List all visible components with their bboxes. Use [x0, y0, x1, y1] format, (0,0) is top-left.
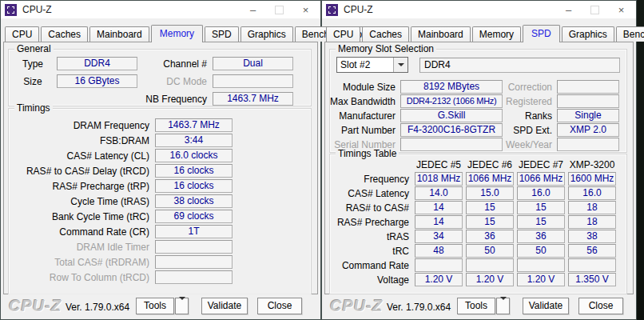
- cell-command-rate-jedec-7: [517, 258, 565, 272]
- memory-tab-page: General TypeDDR4Size16 GBytes Channel #D…: [3, 42, 318, 294]
- group-title: Timings: [14, 102, 53, 114]
- tab-graphics[interactable]: Graphics: [562, 26, 614, 42]
- validate-button[interactable]: Validate: [201, 298, 248, 314]
- field-fsb-dram: 3:44: [155, 134, 233, 147]
- close-app-button[interactable]: Close: [578, 298, 623, 314]
- tools-dropdown-button[interactable]: [175, 298, 189, 314]
- field-row: Total CAS# (tRDRAM): [9, 255, 311, 269]
- tab-cpu[interactable]: CPU: [5, 26, 39, 42]
- tab-mainboard[interactable]: Mainboard: [89, 26, 149, 42]
- cell-ras-precharge-jedec-6: 15: [466, 215, 514, 229]
- validate-button[interactable]: Validate: [523, 298, 569, 314]
- field-label-week-year: Week/Year: [503, 139, 552, 150]
- field-label-total-cas-trdram: Total CAS# (tRDRAM): [9, 257, 149, 268]
- column-header-jedec-6: JEDEC #6: [466, 159, 514, 170]
- cell-voltage-jedec-6: 1.20 V: [466, 273, 514, 286]
- tab-cpu[interactable]: CPU: [326, 26, 360, 42]
- cell-trc-xmp-3200: 56: [568, 244, 616, 258]
- cell-ras-to-cas-jedec-6: 15: [466, 201, 514, 214]
- field-ras-precharge-trp: 16 clocks: [155, 179, 233, 193]
- tab-caches[interactable]: Caches: [41, 26, 88, 42]
- tab-caches[interactable]: Caches: [362, 26, 409, 42]
- field-row: TypeDDR4: [15, 57, 137, 70]
- field-dram-frequency: 1463.7 MHz: [155, 118, 233, 132]
- maximize-button[interactable]: [582, 1, 608, 18]
- field-label-row-to-column-trcd: Row To Column (tRCD): [9, 272, 149, 283]
- tools-dropdown-button[interactable]: [496, 298, 510, 314]
- row-label-cas-latency: CAS# Latency: [330, 188, 409, 199]
- field-ras-to-cas-delay-trcd: 16 clocks: [155, 164, 233, 178]
- field-row: Row To Column (tRCD): [9, 270, 311, 284]
- field-dram-idle-timer: [155, 240, 233, 254]
- table-row: tRAS34363638: [330, 230, 626, 243]
- field-row: DRAM Idle Timer: [9, 240, 311, 254]
- field-manufacturer: G.Skill: [400, 109, 503, 122]
- row-label-command-rate: Command Rate: [330, 260, 409, 271]
- memory-slot-selection-groupbox: Memory Slot Selection Slot #2 DDR4 Modul…: [329, 49, 627, 153]
- field-row: FSB:DRAM3:44: [9, 134, 311, 147]
- column-header-jedec-7: JEDEC #7: [517, 159, 565, 170]
- tab-bar: CPUCachesMainboardMemorySPDGraphicsBench…: [5, 25, 379, 42]
- minimize-button[interactable]: –: [240, 1, 266, 18]
- title-bar: CPU-Z – ×: [322, 1, 636, 18]
- slot-detail-rows: Module Size8192 MBytesCorrectionMax Band…: [330, 80, 626, 152]
- field-row: Max BandwidthDDR4-2132 (1066 MHz)Registe…: [330, 94, 626, 108]
- row-label-frequency: Frequency: [330, 174, 409, 185]
- field-label-manufacturer: Manufacturer: [330, 110, 396, 122]
- field-label-channel: Channel #: [130, 58, 207, 70]
- tools-button[interactable]: Tools: [457, 298, 495, 314]
- title-bar: CPU-Z – ×: [1, 1, 320, 18]
- field-row: ManufacturerG.SkillRanksSingle: [330, 109, 626, 122]
- tab-memory[interactable]: Memory: [472, 26, 521, 42]
- maximize-button[interactable]: [266, 1, 292, 18]
- tab-mainboard[interactable]: Mainboard: [411, 26, 471, 42]
- tab-spd[interactable]: SPD: [523, 25, 560, 42]
- slot-select-dropdown[interactable]: Slot #2: [336, 57, 408, 73]
- field-nb-frequency: 1463.7 MHz: [213, 92, 293, 106]
- table-row: tRC48505056: [330, 244, 626, 258]
- cpuz-window-memory: CPU-Z – × CPUCachesMainboardMemorySPDGra…: [0, 0, 321, 320]
- tab-bench[interactable]: Bench: [616, 26, 644, 42]
- cell-tras-xmp-3200: 38: [568, 230, 616, 243]
- field-dc-mode: [213, 74, 293, 88]
- cell-ras-to-cas-jedec-7: 15: [517, 201, 565, 214]
- field-module-size: 8192 MBytes: [400, 80, 503, 94]
- field-label-cycle-time-tras: Cycle Time (tRAS): [9, 196, 149, 207]
- column-header-xmp-3200: XMP-3200: [568, 159, 616, 170]
- close-button[interactable]: ×: [292, 1, 319, 18]
- field-row: Module Size8192 MBytesCorrection: [330, 80, 626, 94]
- cell-trc-jedec-6: 50: [466, 244, 514, 258]
- close-button[interactable]: ×: [608, 1, 634, 18]
- tab-memory[interactable]: Memory: [151, 25, 203, 42]
- row-label-trc: tRC: [330, 246, 409, 257]
- field-row-to-column-trcd: [155, 270, 233, 284]
- tab-spd[interactable]: SPD: [205, 26, 239, 42]
- tools-button[interactable]: Tools: [136, 298, 174, 314]
- row-label-ras-precharge: RAS# Precharge: [330, 217, 409, 228]
- tab-graphics[interactable]: Graphics: [241, 26, 293, 42]
- cell-voltage-xmp-3200: 1.350 V: [568, 273, 616, 286]
- field-label-dram-frequency: DRAM Frequency: [9, 120, 149, 131]
- close-app-button[interactable]: Close: [257, 298, 302, 314]
- field-label-dc-mode: DC Mode: [130, 76, 207, 87]
- timings-table-header: JEDEC #5JEDEC #6JEDEC #7XMP-3200: [415, 159, 619, 170]
- cell-cas-latency-xmp-3200: 16.0: [568, 186, 616, 200]
- minimize-button[interactable]: –: [555, 1, 582, 18]
- spd-tab-page: Memory Slot Selection Slot #2 DDR4 Modul…: [324, 42, 634, 294]
- field-row: Part NumberF4-3200C16-8GTZRSPD Ext.XMP 2…: [330, 123, 626, 137]
- cell-frequency-jedec-5: 1018 MHz: [415, 172, 463, 186]
- cell-tras-jedec-7: 36: [517, 230, 565, 243]
- group-title: General: [14, 43, 54, 54]
- field-label-correction: Correction: [503, 82, 552, 93]
- timings-groupbox: Timings DRAM Frequency1463.7 MHzFSB:DRAM…: [8, 108, 312, 295]
- field-label-size: Size: [15, 76, 50, 87]
- general-left-column: TypeDDR4Size16 GBytes: [15, 57, 137, 92]
- tab-bar: CPUCachesMainboardMemorySPDGraphicsBench…: [326, 25, 644, 42]
- field-label-cas-latency-cl: CAS# Latency (CL): [9, 150, 149, 162]
- cell-ras-to-cas-jedec-5: 14: [415, 201, 463, 214]
- table-row: RAS# to CAS#14151518: [330, 201, 626, 214]
- slot-dropdown-button[interactable]: [393, 58, 407, 72]
- field-row: RAS# Precharge (tRP)16 clocks: [9, 179, 311, 193]
- field-channel: Dual: [213, 57, 293, 70]
- cell-cas-latency-jedec-6: 15.0: [466, 186, 514, 200]
